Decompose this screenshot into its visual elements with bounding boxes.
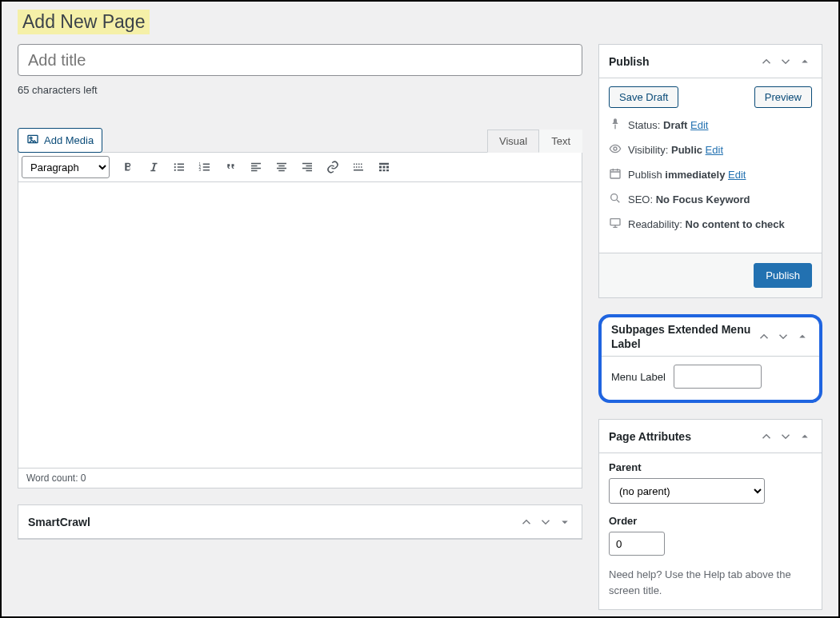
visibility-value: Public (671, 144, 702, 156)
edit-status-link[interactable]: Edit (690, 119, 708, 131)
attributes-help: Need help? Use the Help tab above the sc… (609, 567, 812, 598)
publish-time-label: Publish (628, 169, 662, 181)
svg-point-4 (174, 169, 176, 171)
svg-rect-16 (610, 169, 620, 178)
tab-text[interactable]: Text (539, 130, 582, 153)
svg-rect-12 (379, 169, 382, 171)
chevron-down-icon[interactable] (538, 515, 553, 529)
svg-rect-13 (383, 169, 386, 171)
chevron-up-icon[interactable] (759, 54, 774, 69)
eye-icon (609, 142, 622, 157)
status-value: Draft (663, 119, 687, 131)
chevron-up-icon[interactable] (757, 329, 771, 344)
menu-label-text: Menu Label (611, 371, 666, 383)
link-button[interactable] (321, 156, 345, 178)
visibility-label: Visibility: (628, 144, 668, 156)
word-count: Word count: 0 (18, 468, 582, 488)
svg-point-0 (30, 137, 32, 139)
blockquote-button[interactable] (218, 156, 242, 178)
bullet-list-button[interactable] (167, 156, 191, 178)
pin-icon (609, 118, 622, 133)
add-media-label: Add Media (44, 134, 94, 146)
monitor-icon (609, 217, 622, 232)
add-media-button[interactable]: Add Media (18, 128, 102, 153)
svg-point-2 (174, 163, 176, 165)
more-button[interactable] (346, 156, 370, 178)
order-input[interactable] (609, 532, 665, 556)
parent-select[interactable]: (no parent) (609, 478, 765, 504)
publish-button[interactable]: Publish (754, 263, 812, 288)
title-input[interactable] (18, 44, 582, 76)
preview-button[interactable]: Preview (754, 86, 812, 108)
media-icon (26, 133, 39, 148)
align-center-button[interactable] (270, 156, 294, 178)
editor-content-area[interactable] (18, 182, 582, 468)
seo-label: SEO: (628, 193, 653, 205)
chevron-up-icon[interactable] (759, 429, 774, 444)
seo-value: No Focus Keyword (656, 193, 750, 205)
caret-down-icon[interactable] (558, 515, 572, 529)
calendar-icon (609, 167, 622, 182)
svg-point-15 (614, 147, 617, 150)
tab-visual[interactable]: Visual (487, 130, 539, 153)
menu-label-input[interactable] (674, 365, 762, 389)
attributes-title: Page Attributes (609, 430, 691, 443)
svg-point-17 (611, 194, 618, 201)
parent-label: Parent (609, 461, 812, 473)
svg-point-3 (174, 166, 176, 168)
caret-up-icon[interactable] (795, 329, 810, 344)
svg-rect-8 (379, 163, 389, 165)
svg-text:3: 3 (199, 168, 202, 172)
readability-label: Readability: (628, 218, 682, 230)
toolbar-toggle-button[interactable] (372, 156, 396, 178)
svg-rect-11 (386, 166, 389, 169)
publish-time-value: immediately (665, 169, 725, 181)
save-draft-button[interactable]: Save Draft (609, 86, 678, 108)
smartcrawl-title: SmartCrawl (28, 516, 90, 528)
search-icon (609, 192, 622, 207)
bold-button[interactable] (116, 156, 140, 178)
editor-toolbar: Paragraph 123 (18, 152, 582, 182)
caret-up-icon[interactable] (798, 429, 812, 444)
italic-button[interactable] (142, 156, 166, 178)
chevron-down-icon[interactable] (778, 429, 793, 444)
chevron-down-icon[interactable] (778, 54, 793, 69)
align-left-button[interactable] (244, 156, 268, 178)
subpages-highlight: Subpages Extended Menu Label Menu Label (598, 314, 822, 403)
page-heading: Add New Page (18, 10, 150, 34)
chevron-down-icon[interactable] (776, 329, 790, 344)
chars-remaining: 65 characters left (18, 84, 582, 96)
svg-rect-18 (610, 219, 620, 225)
svg-rect-9 (379, 166, 382, 169)
publish-title: Publish (609, 55, 650, 68)
svg-rect-14 (386, 169, 389, 171)
align-right-button[interactable] (295, 156, 319, 178)
numbered-list-button[interactable]: 123 (193, 156, 217, 178)
svg-rect-10 (383, 166, 386, 169)
subpages-title: Subpages Extended Menu Label (611, 317, 757, 356)
status-label: Status: (628, 119, 660, 131)
edit-publish-link[interactable]: Edit (728, 169, 746, 181)
chevron-up-icon[interactable] (519, 515, 534, 529)
readability-value: No content to check (686, 218, 785, 230)
caret-up-icon[interactable] (798, 54, 812, 69)
order-label: Order (609, 515, 812, 527)
format-select[interactable]: Paragraph (22, 156, 110, 178)
edit-visibility-link[interactable]: Edit (706, 144, 723, 156)
